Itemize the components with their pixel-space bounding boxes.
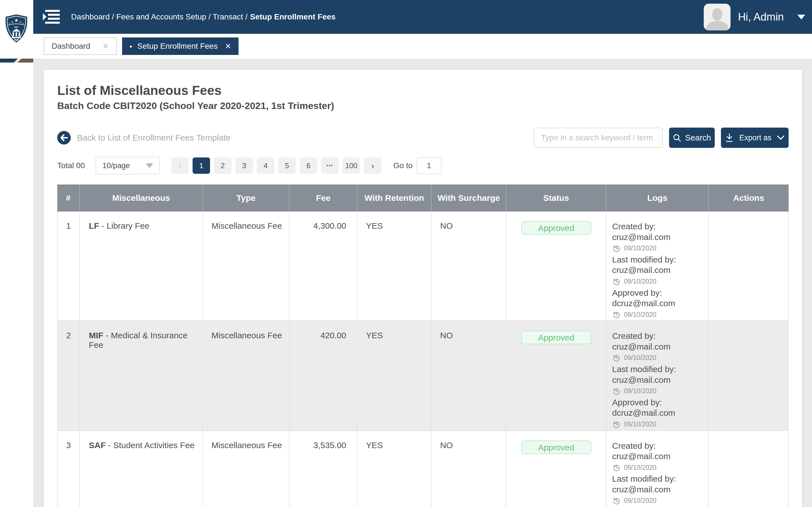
- tab-label: Setup Enrollment Fees: [137, 42, 218, 51]
- log-label: Created by: cruz@mail.com: [612, 441, 706, 462]
- tab-dashboard[interactable]: Dashboard ✕: [44, 38, 117, 55]
- log-date: 09/10/2020: [624, 354, 656, 362]
- fee-code: MIF: [89, 331, 103, 340]
- log-entry: Approved by: dcruz@mail.com 09/10/2020: [612, 397, 707, 429]
- miscellaneous-fees-card: List of Miscellaneous Fees Batch Code CB…: [44, 70, 802, 507]
- history-clock-icon: [613, 354, 620, 362]
- history-clock-icon: [613, 497, 620, 504]
- content-area: List of Miscellaneous Fees Batch Code CB…: [33, 59, 812, 507]
- left-gutter: [0, 62, 33, 507]
- history-clock-icon: [613, 420, 620, 428]
- history-clock-icon: [613, 387, 620, 395]
- status-cell: Approved: [506, 431, 606, 507]
- tab-setup-enrollment-fees[interactable]: ● Setup Enrollment Fees ✕: [122, 38, 239, 55]
- close-icon[interactable]: ✕: [225, 42, 231, 51]
- log-entry: Last modified by: cruz@mail.com 09/10/20…: [612, 364, 707, 395]
- column-header: Logs: [606, 184, 709, 212]
- next-page-button[interactable]: ›: [364, 158, 382, 174]
- log-entry: Created by: cruz@mail.com 09/10/2020: [612, 441, 707, 472]
- page-subtitle: Batch Code CBIT2020 (School Year 2020-20…: [57, 100, 789, 111]
- menu-toggle-icon[interactable]: [43, 9, 61, 24]
- caret-down-icon[interactable]: [797, 15, 805, 19]
- prev-page-button[interactable]: ‹: [171, 158, 189, 174]
- search-input[interactable]: [534, 128, 663, 148]
- logs-cell: Created by: cruz@mail.com 09/10/2020 Las…: [606, 431, 709, 507]
- page-button-2[interactable]: 2: [214, 158, 232, 174]
- logs-cell: Created by: cruz@mail.com 09/10/2020 Las…: [606, 212, 709, 321]
- with-surcharge-cell: NO: [432, 431, 506, 507]
- log-date: 09/10/2020: [624, 464, 656, 472]
- with-retention-cell: YES: [357, 212, 432, 321]
- page-title: List of Miscellaneous Fees: [57, 83, 789, 98]
- svg-text:★: ★: [22, 22, 24, 24]
- page-size-select[interactable]: 10/page: [96, 157, 160, 174]
- triangle-down-icon: [146, 163, 153, 168]
- open-tabs-bar: Dashboard ✕ ● Setup Enrollment Fees ✕: [33, 34, 812, 59]
- user-menu[interactable]: Hi, Admin: [704, 0, 805, 34]
- fee-amount-cell: 420.00: [290, 321, 357, 431]
- log-label: Approved by: dcruz@mail.com: [612, 397, 706, 418]
- table-row[interactable]: 2 MIF - Medical & Insurance Fee Miscella…: [57, 321, 789, 431]
- log-entry: Created by: cruz@mail.com 09/10/2020: [612, 331, 707, 362]
- breadcrumb: Dashboard / Fees and Accounts Setup / Tr…: [71, 0, 336, 34]
- log-label: Created by: cruz@mail.com: [612, 221, 706, 242]
- log-label: Last modified by: cruz@mail.com: [612, 473, 706, 495]
- svg-text:★: ★: [9, 22, 10, 24]
- log-label: Last modified by: cruz@mail.com: [612, 255, 706, 276]
- column-header: Actions: [709, 184, 789, 212]
- fee-amount-cell: 4,300.00: [290, 212, 357, 321]
- search-button[interactable]: Search: [669, 128, 715, 148]
- fee-amount-cell: 3,535.00: [290, 431, 357, 507]
- user-greeting: Hi, Admin: [738, 11, 784, 23]
- log-entry: Last modified by: cruz@mail.com 09/10/20…: [612, 255, 707, 286]
- miscellaneous-cell: SAF - Student Activities Fee: [80, 431, 203, 507]
- breadcrumb-current: Setup Enrollment Fees: [250, 12, 336, 21]
- fee-name: - Library Fee: [99, 221, 149, 230]
- log-date: 09/10/2020: [624, 387, 656, 395]
- close-icon[interactable]: ✕: [103, 42, 109, 51]
- with-retention-cell: YES: [357, 431, 432, 507]
- export-as-button[interactable]: Export as: [721, 128, 789, 148]
- column-header: With Surcharge: [432, 184, 506, 212]
- log-date: 09/10/2020: [624, 311, 656, 319]
- table-row[interactable]: 3 SAF - Student Activities Fee Miscellan…: [57, 431, 789, 507]
- pagination-bar: Total 00 10/page ‹ 123456•••100 › Go to: [57, 157, 789, 174]
- history-clock-icon: [613, 311, 620, 318]
- log-entry: Approved by: dcruz@mail.com 09/10/2020: [612, 288, 707, 319]
- fee-name: - Student Activities Fee: [106, 441, 195, 450]
- fee-code: LF: [89, 221, 99, 230]
- logs-cell: Created by: cruz@mail.com 09/10/2020 Las…: [606, 321, 709, 431]
- type-cell: Miscellaneous Fee: [203, 321, 290, 431]
- back-link-label: Back to List of Enrollment Fees Template: [77, 133, 231, 143]
- export-button-label: Export as: [739, 133, 771, 142]
- goto-page-input[interactable]: [417, 157, 442, 174]
- fee-code: SAF: [89, 441, 106, 450]
- page-button-5[interactable]: 5: [278, 158, 296, 174]
- with-surcharge-cell: NO: [432, 321, 506, 431]
- status-cell: Approved: [506, 321, 606, 431]
- log-date: 09/10/2020: [624, 277, 656, 286]
- back-to-template-link[interactable]: Back to List of Enrollment Fees Template: [57, 131, 231, 145]
- with-surcharge-cell: NO: [432, 212, 506, 321]
- page-button-4[interactable]: 4: [257, 158, 274, 174]
- breadcrumb-trail[interactable]: Dashboard / Fees and Accounts Setup / Tr…: [71, 12, 248, 21]
- history-clock-icon: [613, 278, 620, 285]
- page-button-6[interactable]: 6: [300, 158, 317, 174]
- page-ellipsis[interactable]: •••: [321, 158, 339, 174]
- type-cell: Miscellaneous Fee: [203, 212, 290, 321]
- svg-text:★: ★: [19, 20, 21, 23]
- miscellaneous-fees-table: #MiscellaneousTypeFeeWith RetentionWith …: [57, 184, 789, 507]
- log-date: 09/10/2020: [624, 497, 656, 505]
- status-badge: Approved: [521, 331, 591, 344]
- table-row[interactable]: 1 LF - Library Fee Miscellaneous Fee 4,3…: [57, 212, 789, 321]
- column-header: Type: [203, 184, 290, 212]
- avatar: [704, 4, 730, 31]
- svg-text:★: ★: [14, 17, 18, 23]
- page-button-1[interactable]: 1: [193, 158, 210, 174]
- page-button-3[interactable]: 3: [236, 158, 253, 174]
- search-button-label: Search: [685, 133, 711, 143]
- fee-name: - Medical & Insurance Fee: [89, 331, 188, 349]
- page-button-100[interactable]: 100: [343, 158, 360, 174]
- log-label: Created by: cruz@mail.com: [612, 331, 706, 352]
- column-header: #: [57, 184, 80, 212]
